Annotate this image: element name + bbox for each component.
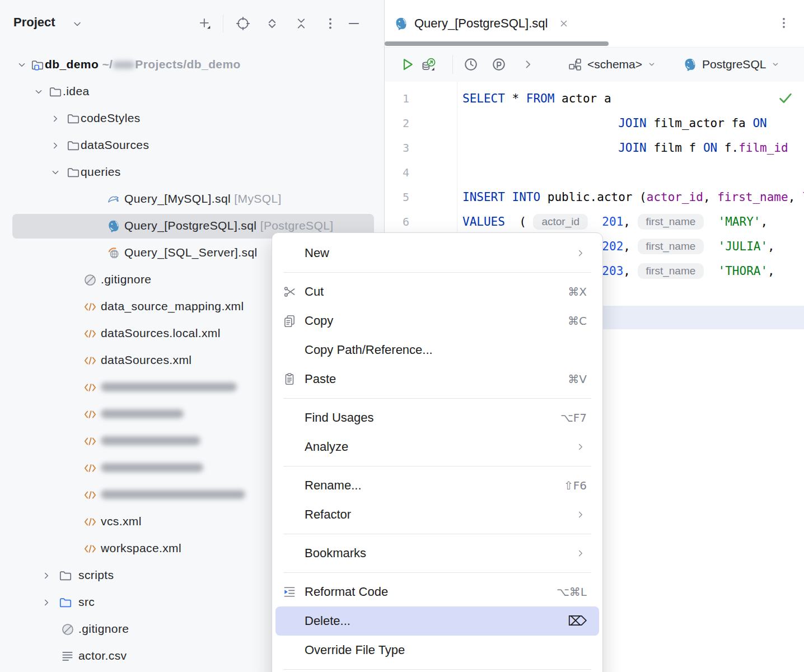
ignore-icon (60, 622, 75, 637)
code-token: 'THORA' (718, 264, 768, 278)
menu-item-label: Find Usages (305, 410, 374, 425)
code-token: ( (505, 215, 534, 228)
tree-item-query-mysql-sql[interactable]: Query_[MySQL].sql [MySQL] (0, 186, 384, 213)
menu-item-paste[interactable]: Paste⌘V (272, 365, 602, 394)
chevron-down-icon (646, 58, 658, 71)
menu-item-find-usages[interactable]: Find Usages⌥F7 (272, 403, 602, 432)
chevron-down-icon[interactable] (49, 166, 62, 179)
menu-shortcut: ⌥F7 (560, 411, 587, 424)
parameters-button[interactable] (490, 56, 507, 73)
datasource-selector[interactable]: PostgreSQL (683, 55, 782, 74)
mysql-icon (106, 192, 121, 207)
run-button[interactable] (399, 56, 415, 73)
code-token: , (623, 215, 637, 228)
blurred-filename (101, 490, 245, 499)
tree-item-db-demo[interactable]: db_demo ~/Projects/db_demo (0, 52, 384, 78)
code-token: , (768, 240, 775, 253)
collapse-all-button[interactable] (293, 16, 309, 31)
paste-icon (282, 372, 305, 386)
locate-icon (235, 16, 251, 31)
history-button[interactable] (462, 56, 479, 73)
chevron-right-icon[interactable] (49, 113, 62, 125)
xml-icon (83, 353, 97, 368)
menu-item-delete[interactable]: Delete...⌦ (275, 606, 599, 636)
menu-item-copy[interactable]: Copy⌘C (272, 306, 602, 335)
menu-icon-slot (282, 410, 305, 425)
schema-icon (567, 57, 583, 72)
chevron-down-icon (769, 58, 782, 71)
menu-item-rename[interactable]: Rename...⇧F6 (272, 471, 602, 500)
tree-item-label: src (78, 595, 95, 609)
tree-item-label: db_demo ~/Projects/db_demo (45, 58, 241, 71)
tab-query-postgresql[interactable]: Query_[PostgreSQL].sql (394, 10, 570, 37)
tree-item-datasources[interactable]: dataSources (0, 132, 384, 159)
menu-item-new[interactable]: New (272, 239, 602, 268)
chevron-right-icon[interactable] (40, 570, 53, 582)
expand-all-button[interactable] (264, 16, 280, 31)
menu-item-label: Rename... (305, 478, 362, 493)
datasource-badge: [MySQL] (231, 192, 282, 205)
chevron-right-icon[interactable] (40, 596, 53, 609)
code-token (704, 215, 718, 228)
chevron-down-icon[interactable] (16, 59, 28, 71)
code-token: ON (752, 116, 766, 130)
code-token (588, 215, 602, 228)
panel-options-button[interactable] (322, 16, 338, 31)
close-icon[interactable] (558, 17, 570, 30)
menu-item-analyze[interactable]: Analyze (272, 432, 602, 461)
menu-shortcut: ⌘V (568, 372, 587, 386)
blurred-filename (101, 436, 200, 445)
menu-icon-slot (282, 643, 305, 657)
code-token: 202 (602, 240, 623, 253)
kebab-menu-icon[interactable] (777, 16, 791, 30)
tree-item--idea[interactable]: .idea (0, 78, 384, 105)
code-token: 'MARY' (718, 215, 761, 228)
menu-item-label: Cut (305, 284, 324, 299)
menu-item-cut[interactable]: Cut⌘X (272, 277, 602, 306)
more-actions-chevron[interactable] (520, 56, 536, 73)
project-path: ~/Projects/db_demo (99, 58, 241, 71)
chevron-down-icon[interactable] (32, 86, 45, 98)
expand-all-icon (264, 16, 280, 31)
toolbar-divider (223, 15, 223, 32)
menu-item-refactor[interactable]: Refactor (272, 500, 602, 529)
menu-shortcut: ⌦ (568, 613, 587, 629)
menu-item-bookmarks[interactable]: Bookmarks (272, 539, 602, 568)
editor-tab-bar: Query_[PostgreSQL].sql (385, 0, 804, 48)
folder-icon (66, 165, 81, 180)
tab-scrollbar-thumb[interactable] (385, 41, 609, 46)
select-opened-file-button[interactable] (235, 16, 251, 31)
blurred-path-segment (113, 61, 135, 69)
folder-icon (66, 138, 81, 153)
schema-selector[interactable]: <schema> (567, 55, 658, 74)
tree-item-codestyles[interactable]: codeStyles (0, 105, 384, 132)
execute-in-database-button[interactable] (420, 56, 437, 73)
copy-icon (282, 314, 305, 328)
chevron-right-icon[interactable] (49, 139, 62, 152)
submenu-arrow-icon (574, 441, 587, 453)
project-panel-title[interactable]: Project (13, 15, 55, 30)
code-line: SELECT * FROM actor a (462, 86, 611, 111)
code-token (462, 116, 618, 130)
menu-item-override-file-type[interactable]: Override File Type (272, 636, 602, 665)
postgresql-file-icon (394, 16, 409, 31)
menu-shortcut: ⌘C (568, 314, 587, 328)
line-number: 2 (385, 111, 409, 136)
clock-icon (462, 56, 479, 73)
collapse-all-icon (293, 16, 309, 31)
line-number: 4 (385, 160, 409, 185)
chevron-down-icon[interactable] (71, 17, 84, 31)
tree-item-label: Query_[MySQL].sql [MySQL] (124, 192, 282, 206)
tree-item-label: queries (81, 165, 121, 179)
tree-item-queries[interactable]: queries (0, 159, 384, 186)
execute-db-icon (420, 56, 437, 73)
code-token: actor a (554, 92, 611, 105)
menu-item-copy-path-reference[interactable]: Copy Path/Reference... (272, 335, 602, 365)
copy-icon (282, 314, 297, 328)
code-token: , (623, 240, 637, 253)
tree-item-label: scripts (78, 568, 114, 582)
menu-item-reformat-code[interactable]: Reformat Code⌥⌘L (272, 577, 602, 606)
code-line: VALUES ( actor_id 201, first_name 'MARY'… (462, 209, 768, 234)
hide-panel-button[interactable] (346, 16, 362, 31)
add-button[interactable] (197, 16, 213, 31)
